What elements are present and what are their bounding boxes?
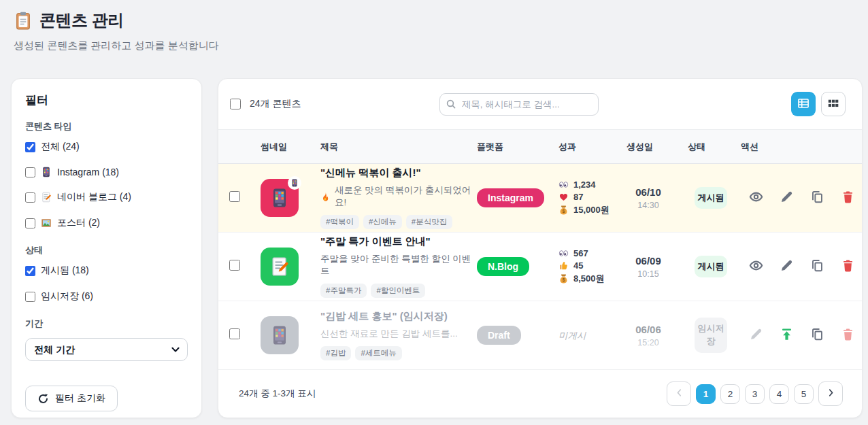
column-header: 플랫폼 bbox=[477, 141, 558, 153]
pencil-icon bbox=[749, 327, 763, 343]
tag-list: #주말특가#할인이벤트 bbox=[320, 284, 477, 298]
search-input[interactable] bbox=[439, 93, 599, 116]
page-title: 콘텐츠 관리 bbox=[39, 10, 124, 31]
chevron-right-icon bbox=[826, 388, 836, 400]
content-type-checkbox-3[interactable] bbox=[25, 218, 35, 228]
stat-value: 87 bbox=[573, 192, 583, 202]
status-filter-checkbox-1[interactable] bbox=[25, 292, 35, 302]
content-subtitle-text: 주말을 맞아 준비한 특별한 할인 이벤트 bbox=[320, 253, 477, 277]
time-value: 10:15 bbox=[627, 269, 670, 279]
tag: #떡볶이 bbox=[320, 215, 359, 229]
status-filter-option[interactable]: 임시저장 (6) bbox=[25, 290, 188, 303]
phone-icon bbox=[41, 167, 52, 177]
content-title[interactable]: "김밥 세트 홍보" (임시저장) bbox=[320, 310, 477, 323]
stat-line: 567 bbox=[558, 248, 627, 258]
view-button[interactable] bbox=[748, 258, 764, 275]
list-view-button[interactable] bbox=[791, 92, 816, 116]
content-type-option[interactable]: 포스터 (2) bbox=[25, 217, 188, 229]
content-subtitle-text: 신선한 재료로 만든 김밥 세트를... bbox=[320, 328, 458, 340]
status-badge: 게시됨 bbox=[695, 256, 727, 278]
content-type-option-label: 포스터 (2) bbox=[57, 217, 100, 229]
page-header: 콘텐츠 관리 생성된 콘텐츠를 관리하고 성과를 분석합니다 bbox=[0, 0, 868, 52]
content-subtitle: 주말을 맞아 준비한 특별한 할인 이벤트 bbox=[320, 253, 477, 277]
stat-value: 8,500원 bbox=[573, 273, 605, 285]
content-type-checkbox-1[interactable] bbox=[25, 167, 35, 177]
next-page-button[interactable] bbox=[818, 381, 843, 406]
table-row: "주말 특가 이벤트 안내"주말을 맞아 준비한 특별한 할인 이벤트#주말특가… bbox=[218, 233, 862, 301]
time-value: 15:20 bbox=[627, 338, 670, 347]
refresh-icon bbox=[37, 393, 49, 405]
thumbnail-platform-badge bbox=[288, 176, 301, 190]
search-box bbox=[439, 93, 599, 116]
column-header: 제목 bbox=[320, 141, 477, 153]
stat-value: 1,234 bbox=[573, 180, 596, 190]
content-panel: 24개 콘텐츠 썸네일제목플랫폼성과생성일상태액션 "신메뉴 떡볶이 출시!"새… bbox=[218, 78, 863, 418]
filter-panel: 필터 콘텐츠 타입 전체 (24)Instagram (18)네이버 블로그 (… bbox=[11, 78, 202, 418]
publish-button[interactable] bbox=[778, 327, 795, 343]
copy-icon bbox=[810, 258, 824, 275]
money-bag-icon: $ bbox=[558, 274, 569, 284]
status-filter-checkbox-0[interactable] bbox=[25, 266, 35, 276]
copy-icon bbox=[810, 327, 824, 343]
pencil-icon bbox=[780, 190, 794, 206]
content-type-option[interactable]: Instagram (18) bbox=[25, 167, 188, 177]
edit-button[interactable] bbox=[778, 258, 795, 275]
thumbnail[interactable] bbox=[261, 248, 299, 286]
select-all-checkbox[interactable] bbox=[230, 99, 241, 109]
stat-line: $15,000원 bbox=[558, 204, 627, 216]
edit-button[interactable] bbox=[748, 327, 764, 343]
content-type-option-label: 전체 (24) bbox=[41, 141, 80, 153]
status-filter-option[interactable]: 게시됨 (18) bbox=[25, 265, 188, 277]
eyes-icon bbox=[558, 248, 569, 258]
page-button-4[interactable]: 4 bbox=[769, 384, 789, 404]
time-value: 14:30 bbox=[627, 201, 670, 210]
duplicate-button[interactable] bbox=[809, 190, 825, 206]
content-title[interactable]: "주말 특가 이벤트 안내" bbox=[320, 235, 477, 248]
stats-cell: 미게시 bbox=[558, 329, 627, 342]
grid-view-button[interactable] bbox=[821, 92, 846, 116]
stat-line: 1,234 bbox=[558, 180, 627, 190]
grid-view-icon bbox=[827, 97, 839, 112]
thumbnail[interactable] bbox=[261, 316, 299, 354]
edit-button[interactable] bbox=[778, 190, 795, 206]
eye-icon bbox=[749, 258, 763, 275]
tag: #분식맛집 bbox=[406, 215, 452, 229]
svg-text:$: $ bbox=[563, 208, 565, 214]
content-title[interactable]: "신메뉴 떡볶이 출시!" bbox=[320, 167, 477, 180]
row-checkbox[interactable] bbox=[229, 191, 240, 202]
created-date: 06/1014:30 bbox=[627, 186, 670, 210]
page-button-1[interactable]: 1 bbox=[696, 384, 716, 404]
view-button[interactable] bbox=[748, 190, 764, 206]
delete-button[interactable] bbox=[839, 258, 856, 275]
prev-page-button[interactable] bbox=[667, 381, 691, 406]
table-row: "김밥 세트 홍보" (임시저장)신선한 재료로 만든 김밥 세트를...#김밥… bbox=[218, 301, 862, 370]
page-button-3[interactable]: 3 bbox=[745, 384, 765, 404]
reset-filters-button[interactable]: 필터 초기화 bbox=[25, 386, 118, 411]
status-badge: 게시됨 bbox=[695, 187, 727, 209]
thumbnail[interactable] bbox=[261, 179, 299, 217]
content-type-option[interactable]: 네이버 블로그 (4) bbox=[25, 191, 188, 203]
content-subtitle-text: 새로운 맛의 떡볶이가 출시되었어요! bbox=[335, 184, 477, 209]
stats-cell: 1,23487$15,000원 bbox=[558, 177, 627, 218]
row-checkbox[interactable] bbox=[229, 260, 240, 271]
tag-list: #김밥#세트메뉴 bbox=[320, 346, 477, 360]
page-button-2[interactable]: 2 bbox=[720, 384, 740, 404]
content-type-checkbox-0[interactable] bbox=[25, 142, 35, 152]
row-checkbox[interactable] bbox=[229, 328, 240, 339]
trash-icon bbox=[841, 190, 855, 206]
status-filter-option-label: 게시됨 (18) bbox=[41, 265, 89, 277]
created-date: 06/0910:15 bbox=[627, 255, 670, 279]
content-type-checkbox-2[interactable] bbox=[25, 192, 35, 203]
delete-button[interactable] bbox=[839, 190, 856, 206]
content-count: 24개 콘텐츠 bbox=[250, 98, 301, 110]
tag: #세트메뉴 bbox=[355, 346, 401, 360]
clipboard-icon bbox=[14, 11, 33, 30]
duplicate-button[interactable] bbox=[809, 258, 825, 275]
page-button-5[interactable]: 5 bbox=[794, 384, 814, 404]
period-select[interactable]: 전체 기간 bbox=[25, 338, 188, 361]
duplicate-button[interactable] bbox=[809, 327, 825, 343]
content-type-option[interactable]: 전체 (24) bbox=[25, 141, 188, 153]
pagination: 12345 bbox=[667, 381, 843, 406]
delete-button[interactable] bbox=[839, 327, 856, 343]
content-subtitle: 신선한 재료로 만든 김밥 세트를... bbox=[320, 328, 477, 340]
